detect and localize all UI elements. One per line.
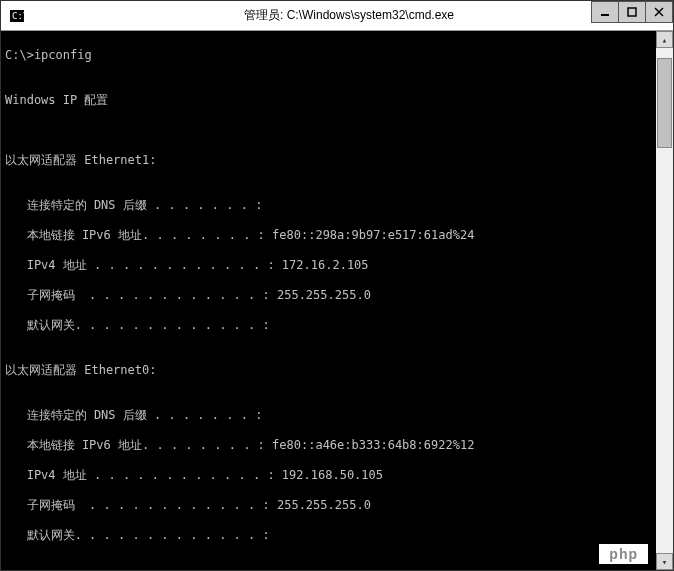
adapter-name: 以太网适配器 Ethernet0: (5, 363, 669, 378)
scroll-up-button[interactable]: ▴ (656, 31, 673, 48)
ipconfig-header: Windows IP 配置 (5, 93, 669, 108)
watermark-badge: php (599, 544, 648, 564)
window-title: 管理员: C:\Windows\system32\cmd.exe (25, 7, 673, 24)
subnet-mask: 子网掩码 . . . . . . . . . . . . : 255.255.2… (5, 288, 669, 303)
dns-suffix: 连接特定的 DNS 后缀 . . . . . . . : (5, 198, 669, 213)
default-gateway: 默认网关. . . . . . . . . . . . . : (5, 528, 669, 543)
svg-rect-3 (628, 8, 636, 16)
ipv6-address: 本地链接 IPv6 地址. . . . . . . . : fe80::298a… (5, 228, 669, 243)
ipv6-address: 本地链接 IPv6 地址. . . . . . . . : fe80::a46e… (5, 438, 669, 453)
ipv4-address: IPv4 地址 . . . . . . . . . . . . : 192.16… (5, 468, 669, 483)
close-button[interactable] (645, 1, 673, 23)
adapter-name: 以太网适配器 Ethernet1: (5, 153, 669, 168)
scroll-down-button[interactable]: ▾ (656, 553, 673, 570)
chevron-up-icon: ▴ (662, 35, 667, 45)
terminal-output[interactable]: C:\>ipconfig Windows IP 配置 以太网适配器 Ethern… (1, 31, 673, 570)
ipv4-address: IPv4 地址 . . . . . . . . . . . . : 172.16… (5, 258, 669, 273)
maximize-button[interactable] (618, 1, 646, 23)
chevron-down-icon: ▾ (662, 557, 667, 567)
default-gateway: 默认网关. . . . . . . . . . . . . : (5, 318, 669, 333)
svg-text:C:\: C:\ (12, 11, 24, 21)
prompt-line: C:\>ipconfig (5, 48, 669, 63)
cmd-window: C:\ 管理员: C:\Windows\system32\cmd.exe C:\… (0, 0, 674, 571)
minimize-button[interactable] (591, 1, 619, 23)
app-icon: C:\ (9, 8, 25, 24)
subnet-mask: 子网掩码 . . . . . . . . . . . . : 255.255.2… (5, 498, 669, 513)
titlebar[interactable]: C:\ 管理员: C:\Windows\system32\cmd.exe (1, 1, 673, 31)
scrollbar-track[interactable] (656, 48, 673, 553)
scrollbar-thumb[interactable] (657, 58, 672, 148)
window-controls (592, 1, 673, 25)
vertical-scrollbar[interactable]: ▴ ▾ (656, 31, 673, 570)
dns-suffix: 连接特定的 DNS 后缀 . . . . . . . : (5, 408, 669, 423)
